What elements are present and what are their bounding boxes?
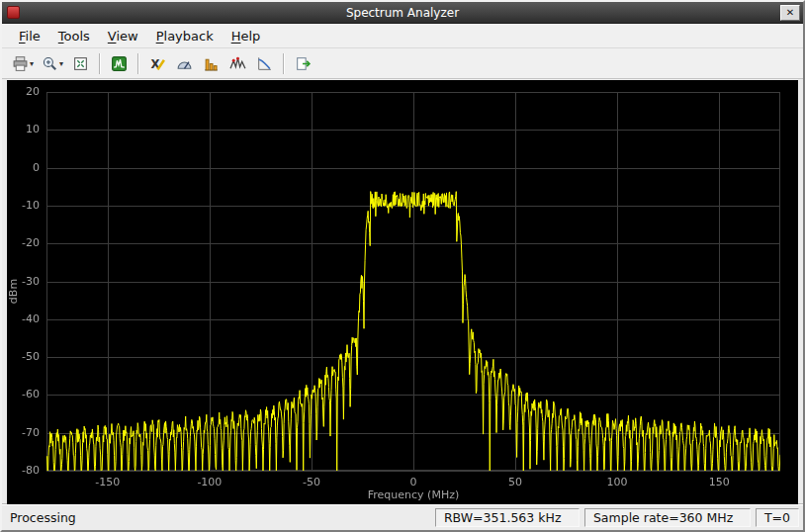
menu-bar: FileToolsViewPlaybackHelp bbox=[2, 24, 803, 48]
printer-icon bbox=[12, 55, 29, 72]
menu-tools[interactable]: Tools bbox=[49, 26, 99, 46]
sample-rate-field: Sample rate=360 MHz bbox=[584, 508, 751, 527]
status-bar: Processing RBW=351.563 kHz Sample rate=3… bbox=[2, 504, 803, 530]
magnifier-icon bbox=[42, 55, 58, 72]
menu-help[interactable]: Help bbox=[223, 26, 270, 46]
menu-playback[interactable]: Playback bbox=[147, 26, 223, 46]
y-tick-label: 0 bbox=[7, 161, 40, 174]
app-icon bbox=[7, 6, 20, 19]
peak-finder-icon bbox=[229, 55, 246, 72]
y-tick-label: -30 bbox=[7, 275, 40, 288]
x-tick-label: 150 bbox=[709, 476, 730, 488]
window-title: Spectrum Analyzer bbox=[2, 6, 803, 20]
x-tick-label: 0 bbox=[410, 476, 417, 488]
peak-finder-button[interactable] bbox=[225, 51, 250, 76]
status-message: Processing bbox=[6, 510, 430, 525]
toolbar: ▾▾X bbox=[2, 48, 803, 79]
spectrum-settings-icon bbox=[111, 55, 128, 72]
y-tick-label: -70 bbox=[7, 426, 40, 439]
zoom-button[interactable]: ▾ bbox=[39, 51, 66, 76]
x-tick-label: -100 bbox=[197, 476, 222, 488]
x-tick-label: 50 bbox=[508, 476, 522, 488]
scale-axes-button[interactable] bbox=[68, 51, 93, 76]
close-button[interactable]: ✕ bbox=[780, 5, 800, 21]
x-axis-label: Frequency (MHz) bbox=[368, 488, 459, 501]
y-tick-label: -80 bbox=[7, 464, 40, 477]
spectrum-canvas[interactable] bbox=[7, 80, 798, 504]
ccdf-line-icon bbox=[256, 55, 273, 72]
dropdown-arrow-icon[interactable]: ▾ bbox=[30, 59, 34, 68]
y-tick-label: -60 bbox=[7, 388, 40, 400]
y-tick-label: 10 bbox=[7, 123, 40, 135]
toolbar-separator bbox=[283, 53, 285, 74]
menu-view[interactable]: View bbox=[99, 26, 147, 46]
spectrum-settings-button[interactable] bbox=[107, 51, 132, 76]
spectrum-plot: dBm Frequency (MHz) -150-100-50050100150… bbox=[7, 80, 798, 504]
distortion-measurements-button[interactable] bbox=[199, 51, 224, 76]
y-tick-label: -10 bbox=[7, 199, 40, 212]
ccdf-measurements-button[interactable] bbox=[252, 51, 277, 76]
y-tick-label: -20 bbox=[7, 236, 40, 249]
toolbar-separator bbox=[99, 53, 101, 74]
x-tick-label: 100 bbox=[607, 476, 628, 488]
x-tick-label: -150 bbox=[95, 476, 120, 488]
step-forward-button[interactable] bbox=[291, 51, 315, 76]
fit-axes-icon bbox=[72, 55, 89, 72]
step-forward-icon bbox=[295, 55, 312, 72]
spectrum-analyzer-window: Spectrum Analyzer ✕ FileToolsViewPlaybac… bbox=[0, 0, 805, 532]
signal-statistics-button[interactable] bbox=[172, 51, 197, 76]
y-tick-label: 20 bbox=[7, 85, 40, 98]
y-tick-label: -50 bbox=[7, 350, 40, 363]
distortion-bars-icon bbox=[203, 55, 220, 72]
time-field: T=0 bbox=[756, 508, 799, 527]
print-figure-button[interactable]: ▾ bbox=[9, 51, 37, 76]
x-tick-label: -50 bbox=[303, 476, 320, 488]
title-bar: Spectrum Analyzer ✕ bbox=[2, 2, 803, 24]
toolbar-separator bbox=[137, 53, 139, 74]
rbw-field: RBW=351.563 kHz bbox=[435, 508, 580, 527]
dropdown-arrow-icon[interactable]: ▾ bbox=[59, 59, 63, 68]
cursor-measurements-icon: X bbox=[149, 55, 166, 72]
protractor-icon bbox=[176, 55, 193, 72]
y-tick-label: -40 bbox=[7, 312, 40, 325]
cursor-measurements-button[interactable]: X bbox=[145, 51, 170, 76]
menu-file[interactable]: File bbox=[10, 26, 49, 46]
